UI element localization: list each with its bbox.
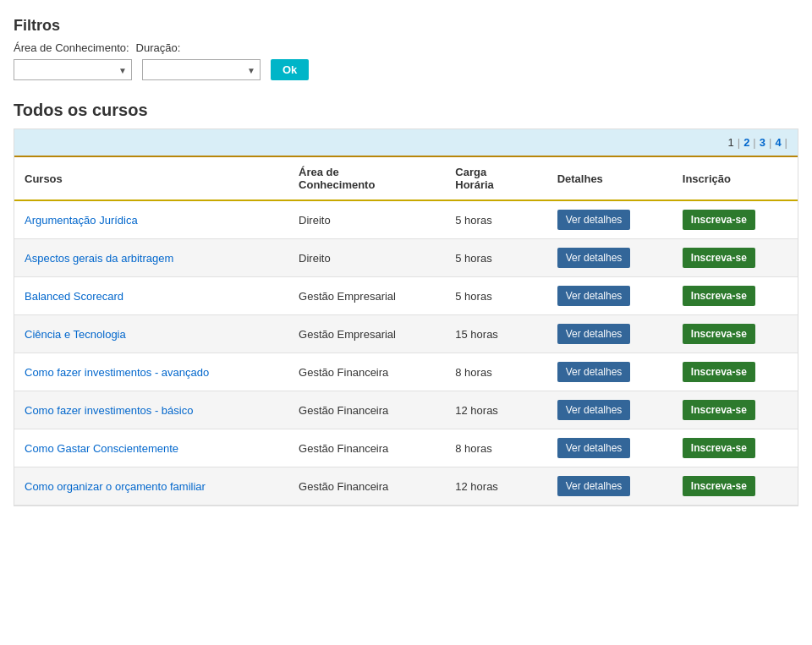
ok-button[interactable]: Ok [271,59,309,80]
table-row: Ciência e Tecnologia Gestão Empresarial … [14,315,798,353]
course-link[interactable]: Balanced Scorecard [25,290,123,303]
course-name-cell: Balanced Scorecard [14,277,288,315]
course-details-cell: Ver detalhes [547,391,672,429]
details-button[interactable]: Ver detalhes [557,400,631,420]
table-header-row: Cursos Área deConhecimento CargaHorária … [14,157,798,200]
enroll-button[interactable]: Inscreva-se [683,476,755,496]
col-header-detalhes: Detalhes [547,157,672,200]
course-enroll-cell: Inscreva-se [672,391,798,429]
course-carga-cell: 8 horas [445,353,546,391]
page-3-link[interactable]: 3 [760,136,765,149]
course-area-cell: Gestão Financeira [288,391,445,429]
course-name-cell: Como fazer investimentos - avançado [14,353,288,391]
enroll-button[interactable]: Inscreva-se [683,324,755,344]
course-link[interactable]: Como organizar o orçamento familiar [25,480,206,493]
course-details-cell: Ver detalhes [547,315,672,353]
course-link[interactable]: Como fazer investimentos - básico [25,404,193,417]
course-details-cell: Ver detalhes [547,353,672,391]
course-carga-cell: 5 horas [445,277,546,315]
table-row: Como organizar o orçamento familiar Gest… [14,467,798,506]
details-button[interactable]: Ver detalhes [557,210,631,230]
course-area-cell: Direito [288,239,445,277]
course-details-cell: Ver detalhes [547,277,672,315]
courses-table: Cursos Área deConhecimento CargaHorária … [14,157,798,506]
course-area-cell: Gestão Empresarial [288,315,445,353]
course-area-cell: Direito [288,200,445,239]
course-enroll-cell: Inscreva-se [672,239,798,277]
course-enroll-cell: Inscreva-se [672,353,798,391]
details-button[interactable]: Ver detalhes [557,248,631,268]
course-name-cell: Aspectos gerais da arbitragem [14,239,288,277]
table-header-bar: 1 | 2 | 3 | 4 | [14,129,798,157]
table-row: Como fazer investimentos - básico Gestão… [14,391,798,429]
courses-title: Todos os cursos [14,101,798,120]
filters-section: Filtros Área de Conhecimento: Duração: D… [14,17,798,80]
course-name-cell: Argumentação Jurídica [14,200,288,239]
details-button[interactable]: Ver detalhes [557,324,631,344]
duration-select-wrapper: 5 horas 8 horas 12 horas 15 horas [142,59,261,80]
table-row: Aspectos gerais da arbitragem Direito 5 … [14,239,798,277]
course-link[interactable]: Como fazer investimentos - avançado [25,366,209,379]
filter-controls-row: Direito Gestão Empresarial Gestão Financ… [14,59,798,80]
pagination: 1 | 2 | 3 | 4 | [728,136,788,149]
table-row: Como Gastar Conscientemente Gestão Finan… [14,429,798,467]
course-enroll-cell: Inscreva-se [672,315,798,353]
course-carga-cell: 8 horas [445,429,546,467]
page-2-link[interactable]: 2 [743,136,749,149]
table-row: Balanced Scorecard Gestão Empresarial 5 … [14,277,798,315]
course-enroll-cell: Inscreva-se [672,277,798,315]
filter-labels-row: Área de Conhecimento: Duração: [14,41,798,54]
enroll-button[interactable]: Inscreva-se [683,248,755,268]
col-header-inscricao: Inscrição [672,157,798,200]
course-carga-cell: 5 horas [445,200,546,239]
course-area-cell: Gestão Empresarial [288,277,445,315]
area-select[interactable]: Direito Gestão Empresarial Gestão Financ… [14,59,132,80]
course-carga-cell: 5 horas [445,239,546,277]
enroll-button[interactable]: Inscreva-se [683,400,755,420]
details-button[interactable]: Ver detalhes [557,362,631,382]
col-header-cursos: Cursos [14,157,288,200]
course-area-cell: Gestão Financeira [288,467,445,506]
enroll-button[interactable]: Inscreva-se [683,286,755,306]
course-details-cell: Ver detalhes [547,429,672,467]
courses-table-container: 1 | 2 | 3 | 4 | Cursos Área deConhecimen… [14,128,798,506]
details-button[interactable]: Ver detalhes [557,476,631,496]
course-details-cell: Ver detalhes [547,200,672,239]
details-button[interactable]: Ver detalhes [557,286,631,306]
page-1: 1 [728,136,734,149]
filters-title: Filtros [14,17,798,35]
course-name-cell: Como organizar o orçamento familiar [14,467,288,506]
course-enroll-cell: Inscreva-se [672,467,798,506]
table-row: Argumentação Jurídica Direito 5 horas Ve… [14,200,798,239]
course-area-cell: Gestão Financeira [288,429,445,467]
course-details-cell: Ver detalhes [547,239,672,277]
page-4-link[interactable]: 4 [775,136,781,149]
course-name-cell: Como fazer investimentos - básico [14,391,288,429]
col-header-area: Área deConhecimento [288,157,445,200]
duration-select[interactable]: 5 horas 8 horas 12 horas 15 horas [142,59,261,80]
course-name-cell: Como Gastar Conscientemente [14,429,288,467]
enroll-button[interactable]: Inscreva-se [683,362,755,382]
area-label: Área de Conhecimento: [14,41,129,54]
duration-label: Duração: [136,41,181,54]
course-link[interactable]: Como Gastar Conscientemente [25,442,178,455]
details-button[interactable]: Ver detalhes [557,438,631,458]
courses-section: Todos os cursos 1 | 2 | 3 | 4 | Cursos Á… [14,101,798,506]
enroll-button[interactable]: Inscreva-se [683,210,755,230]
enroll-button[interactable]: Inscreva-se [683,438,755,458]
course-link[interactable]: Argumentação Jurídica [25,214,138,227]
col-header-carga: CargaHorária [445,157,546,200]
course-area-cell: Gestão Financeira [288,353,445,391]
course-enroll-cell: Inscreva-se [672,429,798,467]
course-link[interactable]: Aspectos gerais da arbitragem [25,252,173,265]
course-details-cell: Ver detalhes [547,467,672,506]
table-row: Como fazer investimentos - avançado Gest… [14,353,798,391]
course-name-cell: Ciência e Tecnologia [14,315,288,353]
course-enroll-cell: Inscreva-se [672,200,798,239]
course-link[interactable]: Ciência e Tecnologia [25,328,126,341]
area-select-wrapper: Direito Gestão Empresarial Gestão Financ… [14,59,132,80]
course-carga-cell: 12 horas [445,467,546,506]
course-carga-cell: 15 horas [445,315,546,353]
course-carga-cell: 12 horas [445,391,546,429]
